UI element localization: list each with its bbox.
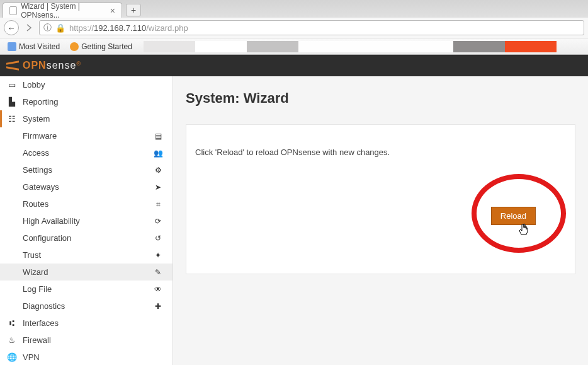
nav-label: Diagnostics <box>23 301 65 311</box>
tab-title: Wizard | System | OPNsens... <box>21 2 106 20</box>
logo-mark-icon <box>6 61 19 71</box>
nav-log-file[interactable]: Log File 👁 <box>0 281 172 298</box>
nav-label: Interfaces <box>23 318 59 328</box>
logo-text-sense: sense <box>47 60 77 71</box>
new-tab-button[interactable]: + <box>126 4 141 16</box>
nav-label: Lobby <box>23 80 45 90</box>
nav-wizard[interactable]: Wizard ✎ <box>0 264 172 281</box>
chart-icon: ▙ <box>6 97 18 107</box>
nav-reporting[interactable]: ▙ Reporting <box>0 93 172 110</box>
sliders-icon: ☷ <box>6 114 18 124</box>
bookmark-icon <box>70 42 79 51</box>
cursor-pointer-icon <box>518 223 529 240</box>
brand-logo[interactable]: OPNsense® <box>6 60 81 71</box>
bookmark-label: Most Visited <box>19 42 60 51</box>
nav-routes[interactable]: Routes ⌗ <box>0 195 172 212</box>
nav-label: Wizard <box>23 267 48 277</box>
tab-bar: Wizard | System | OPNsens... × + <box>0 0 588 18</box>
color-segment <box>298 41 350 52</box>
nav-vpn[interactable]: 🌐 VPN <box>0 349 172 365</box>
color-segment <box>505 41 557 52</box>
magic-wand-icon: ✎ <box>152 268 164 277</box>
browser-chrome: Wizard | System | OPNsens... × + ← ⓘ 🔒 h… <box>0 0 588 55</box>
nav-label: Trust <box>23 250 41 260</box>
certificate-icon: ✦ <box>152 251 164 260</box>
app-header: OPNsense® <box>0 55 588 76</box>
color-segment <box>195 41 247 52</box>
nav-label: Gateways <box>23 182 59 192</box>
nav-trust[interactable]: Trust ✦ <box>0 246 172 264</box>
save-icon: ▤ <box>152 132 164 141</box>
logo-reg-mark: ® <box>76 61 81 67</box>
color-segment <box>144 41 195 52</box>
color-segment <box>453 41 505 52</box>
nav-diagnostics[interactable]: Diagnostics ✚ <box>0 298 172 315</box>
bookmark-getting-started[interactable]: Getting Started <box>66 41 136 52</box>
identity-icon[interactable]: ⓘ <box>43 22 52 33</box>
nav-system[interactable]: ☷ System <box>0 110 172 127</box>
lock-icon: 🔒 <box>55 23 65 33</box>
nav-access[interactable]: Access 👥 <box>0 144 172 161</box>
globe-icon: 🌐 <box>6 352 18 362</box>
refresh-icon: ⟳ <box>152 217 164 226</box>
location-arrow-icon: ➤ <box>152 183 164 192</box>
nav-label: Firewall <box>23 335 51 345</box>
nav-label: Access <box>23 148 49 158</box>
nav-label: VPN <box>23 352 40 362</box>
page-title: System: Wizard <box>186 90 575 107</box>
nav-label: System <box>23 114 50 124</box>
nav-label: Routes <box>23 199 48 209</box>
nav-toolbar: ← ⓘ 🔒 https://192.168.7.110/wizard.php <box>0 18 588 38</box>
nav-settings[interactable]: Settings ⚙ <box>0 161 172 178</box>
gears-icon: ⚙ <box>152 166 164 175</box>
bookmarks-bar: Most Visited Getting Started <box>0 38 588 54</box>
nav-firmware[interactable]: Firmware ▤ <box>0 127 172 144</box>
nav-configuration[interactable]: Configuration ↺ <box>0 229 172 246</box>
back-button[interactable]: ← <box>4 20 19 35</box>
url-bar[interactable]: ⓘ 🔒 https://192.168.7.110/wizard.php <box>39 20 584 35</box>
bookmark-icon <box>8 42 16 51</box>
history-icon: ↺ <box>152 234 164 243</box>
segment-bar <box>144 41 557 52</box>
nav-high-availability[interactable]: High Availability ⟳ <box>0 212 172 229</box>
sitemap-icon: ⑆ <box>6 318 18 328</box>
browser-tab[interactable]: Wizard | System | OPNsens... × <box>3 3 122 18</box>
nav-label: Configuration <box>23 233 71 243</box>
nav-firewall[interactable]: ♨ Firewall <box>0 332 172 349</box>
nav-label: Log File <box>23 284 52 294</box>
signpost-icon: ⌗ <box>152 200 164 209</box>
forward-button[interactable] <box>21 20 37 35</box>
bookmark-label: Getting Started <box>81 42 132 51</box>
bookmark-most-visited[interactable]: Most Visited <box>4 41 64 52</box>
color-segment <box>247 41 298 52</box>
sidebar: ▭ Lobby ▙ Reporting ☷ System Firmware ▤ … <box>0 76 173 365</box>
tab-close-icon[interactable]: × <box>110 6 115 16</box>
nav-label: Settings <box>23 165 52 175</box>
tab-favicon <box>9 6 17 15</box>
color-segment <box>350 41 402 52</box>
app-body: ▭ Lobby ▙ Reporting ☷ System Firmware ▤ … <box>0 76 588 365</box>
main-content: System: Wizard Click 'Reload' to reload … <box>173 76 588 365</box>
nav-interfaces[interactable]: ⑆ Interfaces <box>0 315 172 332</box>
url-text: https://192.168.7.110/wizard.php <box>69 23 188 33</box>
color-segment <box>402 41 453 52</box>
reload-button[interactable]: Reload <box>491 207 536 225</box>
fire-icon: ♨ <box>6 335 18 345</box>
medkit-icon: ✚ <box>152 302 164 311</box>
nav-label: Firmware <box>23 131 57 141</box>
users-icon: 👥 <box>152 149 164 158</box>
eye-icon: 👁 <box>152 285 164 294</box>
nav-label: Reporting <box>23 97 58 107</box>
nav-lobby[interactable]: ▭ Lobby <box>0 76 172 93</box>
nav-gateways[interactable]: Gateways ➤ <box>0 178 172 195</box>
logo-text-opn: OPN <box>23 60 47 71</box>
wizard-message: Click 'Reload' to reload OPNsense with n… <box>195 148 566 157</box>
wizard-panel: Click 'Reload' to reload OPNsense with n… <box>186 124 575 274</box>
nav-label: High Availability <box>23 216 80 226</box>
laptop-icon: ▭ <box>6 80 18 90</box>
